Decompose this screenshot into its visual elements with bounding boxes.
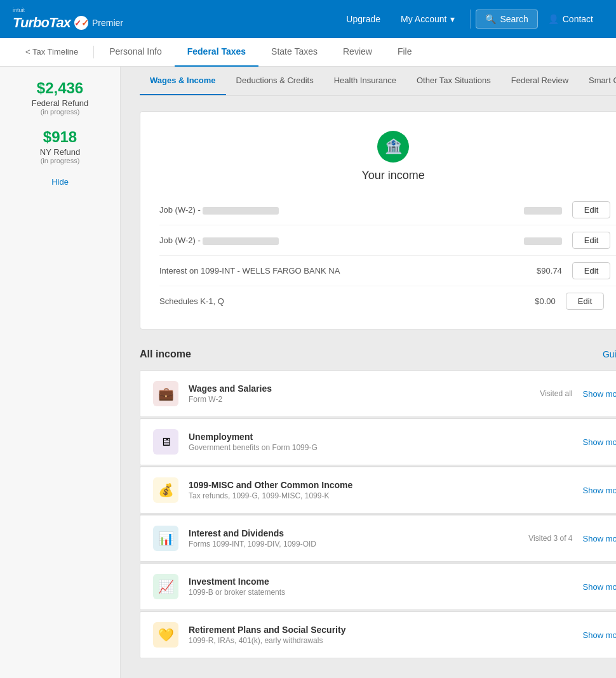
list-item-investment: 📈 Investment Income 1099-B or broker sta… [140,563,616,610]
upgrade-button[interactable]: Upgrade [336,9,391,29]
logo-wrapper: intuit TurboTax ✓ Premier [13,7,123,31]
unemployment-sub: Government benefits on Form 1099-G [189,443,573,452]
person-icon: 👤 [548,14,559,24]
edit-button-3[interactable]: Edit [572,262,610,279]
edit-button-1[interactable]: Edit [572,201,610,218]
retirement-sub: 1099-R, IRAs, 401(k), early withdrawals [189,636,573,645]
state-taxes-tab[interactable]: State Taxes [258,38,330,67]
misc-show-more[interactable]: Show more ∨ [583,486,617,495]
state-refund-section: $918 NY Refund (in progress) [10,128,110,164]
state-refund-sub: (in progress) [10,157,110,164]
income-row-4-label: Schedules K-1, Q [159,296,505,306]
check-icon: ✓ [74,18,81,28]
income-row-3-label: Interest on 1099-INT - WELLS FARGO BANK … [159,266,511,276]
federal-review-tab[interactable]: Federal Review [501,67,579,95]
header-actions: Upgrade My Account ▾ 🔍 Search 👤 Contact [336,9,603,29]
intuit-label: intuit [13,7,123,13]
investment-name: Investment Income [189,576,573,587]
federal-taxes-tab[interactable]: Federal Taxes [175,38,258,67]
main-content: Wages & Income Deductions & Credits Heal… [121,67,616,678]
federal-refund-amount: $2,436 [10,79,110,97]
edit-button-4[interactable]: Edit [566,293,604,310]
smart-check-tab[interactable]: Smart Check [579,67,616,95]
retirement-name: Retirement Plans and Social Security [189,625,573,635]
edit-button-2[interactable]: Edit [572,232,610,249]
logo-area: intuit TurboTax ✓ Premier [13,7,123,31]
wages-show-more[interactable]: Show more ∨ [583,389,617,399]
income-list: 💼 Wages and Salaries Form W-2 Visited al… [140,370,616,658]
income-row-1-amount [511,205,562,215]
list-item-1099misc: 💰 1099-MISC and Other Common Income Tax … [140,467,616,514]
hide-link[interactable]: Hide [10,177,110,187]
all-income-title: All income [140,349,191,360]
unemployment-icon: 🖥 [153,429,178,455]
retirement-icon: 💛 [153,622,178,648]
investment-icon: 📈 [153,574,178,599]
investment-sub: 1099-B or broker statements [189,588,573,597]
sidebar: $2,436 Federal Refund (in progress) $918… [0,67,121,678]
search-icon: 🔍 [485,14,496,24]
investment-text: Investment Income 1099-B or broker state… [189,576,573,597]
all-income-header: All income Guide me › [140,349,616,360]
state-refund-label: NY Refund [10,147,110,157]
personal-info-tab[interactable]: Personal Info [97,38,175,67]
interest-show-more[interactable]: Show more ∨ [583,534,617,543]
wages-visited: Visited all [540,389,572,398]
main-layout: $2,436 Federal Refund (in progress) $918… [0,67,616,678]
federal-refund-sub: (in progress) [10,108,110,116]
wages-sub: Form W-2 [189,395,540,404]
income-card-title: Your income [159,169,616,182]
list-item-interest: 📊 Interest and Dividends Forms 1099-INT,… [140,515,616,562]
file-tab[interactable]: File [385,38,425,67]
unemployment-text: Unemployment Government benefits on Form… [189,432,573,452]
income-row-2-amount [511,236,562,245]
list-item-retirement: 💛 Retirement Plans and Social Security 1… [140,611,616,658]
contact-button[interactable]: 👤 Contact [538,9,603,29]
health-insurance-tab[interactable]: Health Insurance [324,67,406,95]
interest-name: Interest and Dividends [189,528,528,538]
blurred-name-1 [203,207,279,215]
bank-icon: 🏦 [385,138,402,155]
blurred-amount-2 [524,237,562,245]
misc-sub: Tax refunds, 1099-G, 1099-MISC, 1099-K [189,491,573,500]
blurred-name-2 [203,237,279,245]
unemployment-name: Unemployment [189,432,573,442]
sub-tabs: Wages & Income Deductions & Credits Heal… [140,67,616,96]
guide-me-button[interactable]: Guide me › [603,349,616,359]
income-summary-card: 🏦 Your income Job (W-2) - Edit 🗑 [140,111,616,329]
account-button[interactable]: My Account ▾ [391,9,465,29]
nav-divider [93,46,94,58]
wages-text: Wages and Salaries Form W-2 [189,383,540,404]
retirement-text: Retirement Plans and Social Security 109… [189,625,573,645]
misc-icon: 💰 [153,477,178,503]
review-tab[interactable]: Review [330,38,385,67]
income-row-4-amount: $0.00 [505,296,556,306]
logo-check: ✓ [74,16,88,30]
income-row-4: Schedules K-1, Q $0.00 Edit [159,286,616,316]
income-row-2: Job (W-2) - Edit 🗑 [159,225,616,256]
other-tax-situations-tab[interactable]: Other Tax Situations [406,67,501,95]
interest-icon: 📊 [153,526,178,551]
federal-refund-label: Federal Refund [10,98,110,108]
income-row-1-label: Job (W-2) - [159,205,511,215]
interest-text: Interest and Dividends Forms 1099-INT, 1… [189,528,528,548]
misc-name: 1099-MISC and Other Common Income [189,480,573,490]
search-button[interactable]: 🔍 Search [476,10,537,29]
retirement-show-more[interactable]: Show more ∨ [583,630,617,640]
unemployment-show-more[interactable]: Show more ∨ [583,437,617,447]
tax-timeline-nav[interactable]: < Tax Timeline [13,38,91,67]
investment-show-more[interactable]: Show more ∨ [583,582,617,592]
wages-income-tab[interactable]: Wages & Income [140,67,226,95]
interest-visited: Visited 3 of 4 [528,534,572,543]
misc-text: 1099-MISC and Other Common Income Tax re… [189,480,573,500]
federal-refund-section: $2,436 Federal Refund (in progress) [10,79,110,116]
interest-sub: Forms 1099-INT, 1099-DIV, 1099-OID [189,540,528,548]
wages-icon: 💼 [153,381,178,406]
income-row-3: Interest on 1099-INT - WELLS FARGO BANK … [159,256,616,286]
list-item-unemployment: 🖥 Unemployment Government benefits on Fo… [140,418,616,465]
income-icon-wrap: 🏦 [159,131,616,163]
app-header: intuit TurboTax ✓ Premier Upgrade My Acc… [0,0,616,38]
deductions-credits-tab[interactable]: Deductions & Credits [226,67,324,95]
income-row-2-label: Job (W-2) - [159,236,511,245]
wages-name: Wages and Salaries [189,383,540,394]
